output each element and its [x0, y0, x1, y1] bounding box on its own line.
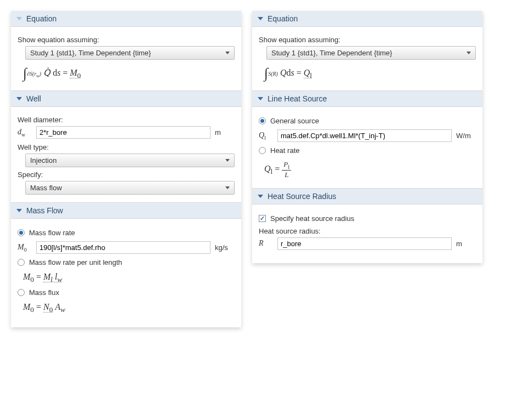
section-title: Heat Source Radius [268, 192, 336, 201]
well-type-dropdown[interactable]: Injection [25, 154, 235, 167]
well-diameter-label: Well diameter: [18, 116, 235, 124]
radius-label: Heat source radius: [259, 227, 476, 235]
dw-symbol: dw [18, 128, 32, 138]
ql-input[interactable] [277, 129, 452, 142]
chevron-down-icon [16, 97, 22, 100]
panel-left: Equation Show equation assuming: Study 1… [11, 11, 241, 327]
well-type-label: Well type: [18, 143, 235, 151]
radio-general-source[interactable] [259, 117, 266, 124]
radio-label: Mass flow rate per unit length [29, 258, 122, 266]
chevron-down-icon [258, 97, 263, 100]
equation-m0-n0-aw: M0 = N0 Aw [23, 302, 232, 314]
section-header-equation-right[interactable]: Equation [252, 11, 482, 27]
caret-down-icon [225, 159, 230, 162]
section-title: Equation [268, 14, 298, 23]
radio-label: General source [270, 117, 319, 125]
r-symbol: R [259, 239, 273, 248]
radio-heat-rate[interactable] [259, 147, 266, 154]
checkbox-label: Specify heat source radius [270, 214, 354, 223]
unit-kgs: kg/s [215, 243, 235, 252]
radio-label: Mass flux [29, 288, 59, 297]
section-header-equation-left[interactable]: Equation [11, 11, 241, 27]
m0-symbol: M0 [18, 243, 32, 253]
chevron-down-icon [16, 209, 22, 212]
chevron-down-icon [258, 195, 263, 198]
radius-input[interactable] [277, 237, 452, 250]
radio-label: Mass flow rate [29, 229, 75, 237]
unit-m: m [215, 128, 235, 137]
chevron-down-icon [16, 17, 22, 20]
section-header-massflow[interactable]: Mass Flow [11, 202, 241, 219]
study-dropdown-value: Study 1 {std1}, Time Dependent {time} [30, 49, 151, 57]
unit-m: m [456, 240, 476, 248]
chevron-down-icon [258, 17, 263, 20]
unit-wm: W/m [456, 132, 476, 140]
radio-mass-flow-rate[interactable] [18, 229, 25, 236]
caret-down-icon [225, 52, 230, 54]
section-header-hsr[interactable]: Heat Source Radius [252, 188, 482, 205]
equation-m0-ml-lw: M0 = Ml lw [23, 272, 232, 284]
well-type-value: Injection [30, 156, 56, 164]
caret-down-icon [467, 52, 471, 54]
radio-label: Heat rate [270, 146, 299, 155]
specify-value: Mass flow [30, 184, 62, 192]
section-title: Well [26, 94, 41, 103]
equation-ql-pl-l: Ql = PlL [264, 160, 474, 179]
checkbox-specify-radius[interactable] [259, 215, 266, 222]
section-title: Mass Flow [26, 206, 63, 215]
study-dropdown-value: Study 1 {std1}, Time Dependent {time} [271, 49, 392, 57]
specify-label: Specify: [18, 171, 235, 179]
panel-right: Equation Show equation assuming: Study 1… [252, 11, 482, 263]
m0-input[interactable] [36, 241, 211, 254]
specify-dropdown[interactable]: Mass flow [25, 181, 235, 195]
study-dropdown-right[interactable]: Study 1 {std1}, Time Dependent {time} [266, 46, 476, 60]
show-equation-label: Show equation assuming: [259, 36, 476, 44]
section-header-lhs[interactable]: Line Heat Source [252, 90, 482, 107]
section-title: Equation [26, 14, 56, 23]
section-header-well[interactable]: Well [11, 90, 241, 107]
caret-down-icon [225, 186, 230, 189]
show-equation-label: Show equation assuming: [18, 36, 235, 44]
radio-mass-flow-per-length[interactable] [18, 259, 25, 266]
radio-mass-flux[interactable] [18, 289, 25, 296]
section-title: Line Heat Source [268, 94, 327, 103]
equation-display-right: ∫S(R) Qds = Ql [264, 65, 474, 82]
ql-symbol: Ql [259, 131, 273, 141]
study-dropdown-left[interactable]: Study 1 {std1}, Time Dependent {time} [25, 46, 235, 60]
equation-display-left: ∫∂S(rw) Q̇ ds = M0 [23, 65, 232, 82]
well-diameter-input[interactable] [36, 126, 211, 139]
